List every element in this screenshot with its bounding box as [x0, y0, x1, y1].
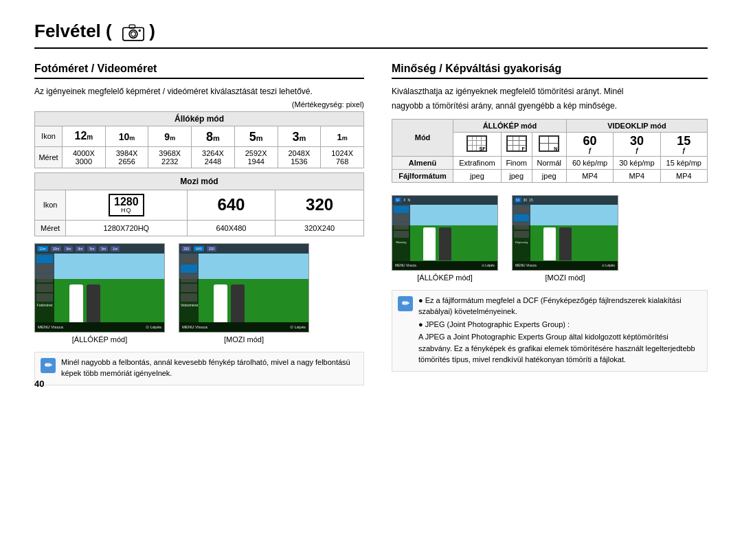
mozi-icon-1280: 1280 HQ: [66, 190, 187, 220]
icon-1m: 1m: [321, 126, 364, 146]
mozi-icon-640: 640: [187, 190, 276, 220]
right-desc-2: nagyobb a tömörítési arány, annál gyengé…: [392, 100, 708, 112]
icon-9m: 9m: [148, 126, 192, 146]
right-mozi-label: [MOZI mód]: [512, 273, 618, 282]
almen-label: Almenü: [392, 156, 453, 169]
quality-table: Mód ÁLLÓKÉP mód VIDEOKLIP mód: [392, 119, 708, 183]
ss-mozi-top-bar: 320 640 320: [179, 244, 308, 254]
fajl-extrafinom: jpeg: [453, 169, 502, 182]
svg-point-2: [131, 32, 136, 36]
icon-12m: 12m: [63, 126, 106, 146]
almen-finom: Finom: [501, 156, 532, 169]
svg-point-1: [129, 30, 137, 38]
videoklip-col-header: VIDEOKLIP mód: [566, 119, 707, 132]
mozi-size-320: 320X240: [276, 220, 364, 236]
ss-mozi-bottom-bar: MENU Vissza ⊙ Lépés: [179, 322, 308, 332]
icon-30fps: 30 ƒ: [614, 132, 660, 156]
fajl-normal: jpeg: [532, 169, 566, 182]
fajl-60: MP4: [566, 169, 613, 182]
left-screenshots-row: 12m 10m 9m 8m 5m 3m 1m: [34, 243, 364, 344]
right-allokep-img: SF F N Minőség: [392, 195, 498, 271]
svg-point-4: [139, 30, 141, 32]
page-title: Felvétel ( ): [34, 21, 708, 49]
left-allokep-img: 12m 10m 9m 8m 5m 3m 1m: [34, 243, 165, 333]
size-5m: 2592X1944: [234, 146, 278, 168]
title-suffix: ): [149, 21, 155, 41]
ss-mozi-side-menu: Videóméret: [179, 254, 199, 322]
icon-normal: N: [532, 132, 566, 156]
left-allokep-label: [ÁLLÓKÉP mód]: [34, 335, 165, 344]
fajl-30: MP4: [614, 169, 660, 182]
icon-3m: 3m: [278, 126, 321, 146]
mozi-header: Mozi mód: [35, 172, 364, 190]
left-mozi-img: 320 640 320 Videóméret: [179, 243, 309, 333]
left-mozi-screenshot: 320 640 320 Videóméret: [179, 243, 309, 344]
fajl-label: Fájlformátum: [392, 169, 453, 182]
right-allokep-screenshot: SF F N Minőség: [392, 195, 498, 282]
two-col-layout: Fotóméret / Videoméret Az igényeinek meg…: [34, 63, 708, 385]
note-line-3: A JPEG a Joint Photographic Experts Grou…: [418, 331, 701, 366]
size-10m: 3984X2656: [105, 146, 148, 168]
size-3m: 2048X1536: [278, 146, 321, 168]
page-number: 40: [34, 379, 44, 389]
right-mozi-img: 60 30 15 Képesség: [512, 195, 618, 271]
ss-top-bar: 12m 10m 9m 8m 5m 3m 1m: [35, 244, 164, 254]
almen-30: 30 kép/mp: [614, 156, 660, 169]
left-mozi-label: [MOZI mód]: [179, 335, 309, 344]
allokep-col-header: ÁLLÓKÉP mód: [453, 119, 567, 132]
right-allokep-label: [ÁLLÓKÉP mód]: [392, 273, 498, 282]
left-description: Az igényeinek megfelelő képméret / videó…: [34, 86, 364, 98]
allokep-header: Állókép mód: [35, 111, 364, 126]
note-line-1: ● Ez a fájlformátum megfelel a DCF (Fény…: [418, 295, 701, 317]
almen-extrafinom: Extrafinom: [453, 156, 502, 169]
size-12m: 4000X3000: [63, 146, 106, 168]
fajl-15: MP4: [660, 169, 707, 182]
quality-table-wrap: Mód ÁLLÓKÉP mód VIDEOKLIP mód: [392, 119, 708, 187]
mozi-icon-row-label: Ikon: [35, 190, 66, 220]
ss-bottom-bar: MENU Vissza ⊙ Lépés: [35, 322, 164, 332]
almen-row: Almenü Extrafinom Finom Normál 60 kép/mp…: [392, 156, 708, 169]
icon-row-label: Ikon: [35, 126, 63, 146]
mozi-size-640: 640X480: [187, 220, 276, 236]
left-note-box: ✏ Minél nagyobb a felbontás, annál keves…: [34, 352, 364, 385]
size-1m: 1024X768: [321, 146, 364, 168]
icon-15fps: 15 ƒ: [660, 132, 707, 156]
title-text: Felvétel (: [34, 21, 112, 41]
page: Felvétel ( ) Fotóméret / Videoméret Az i…: [0, 0, 742, 399]
right-desc-1: Kiválaszthatja az igényeknek megfelelő t…: [392, 86, 708, 98]
icon-extrafinom: SF: [453, 132, 502, 156]
mozi-icon-320: 320: [276, 190, 364, 220]
note-line-2: ● JPEG (Joint Photographic Experts Group…: [418, 319, 701, 331]
left-column: Fotóméret / Videoméret Az igényeinek meg…: [34, 63, 364, 385]
mozi-table: Mozi mód Ikon 1280 HQ 640 320: [34, 172, 364, 236]
size-9m: 3968X2232: [148, 146, 192, 168]
icon-8m: 8m: [192, 126, 235, 146]
icon-60fps: 60 ƒ: [566, 132, 613, 156]
unit-label: (Mértékegység: pixel): [34, 100, 364, 109]
right-note-box: ✏ ● Ez a fájlformátum megfelel a DCF (Fé…: [392, 290, 708, 372]
fajl-finom: jpeg: [501, 169, 532, 182]
right-mozi-screenshot: 60 30 15 Képesség: [512, 195, 618, 282]
camera-icon: [122, 23, 144, 41]
fajl-row: Fájlformátum jpeg jpeg jpeg MP4 MP4 MP4: [392, 169, 708, 182]
right-screenshots-row: SF F N Minőség: [392, 195, 708, 282]
right-note-icon: ✏: [398, 296, 413, 311]
size-8m: 3264X2448: [192, 146, 235, 168]
almen-15: 15 kép/mp: [660, 156, 707, 169]
ss-side-menu: Fotóméret: [35, 254, 54, 322]
icon-10m: 10m: [105, 126, 148, 146]
note-icon: ✏: [41, 358, 56, 373]
right-section-title: Minőség / Képváltási gyakoriság: [392, 63, 708, 79]
left-allokep-screenshot: 12m 10m 9m 8m 5m 3m 1m: [34, 243, 165, 344]
right-note-text: ● Ez a fájlformátum megfelel a DCF (Fény…: [418, 295, 701, 367]
note-text: Minél nagyobb a felbontás, annál keveseb…: [61, 357, 358, 381]
almen-normal: Normál: [532, 156, 566, 169]
mozi-size-row-label: Méret: [35, 220, 66, 236]
allokep-table: Állókép mód Ikon 12m 10m 9m 8m 5m 3m 1m …: [34, 111, 364, 168]
left-section-title: Fotóméret / Videoméret: [34, 63, 364, 79]
mozi-size-1280: 1280X720HQ: [66, 220, 187, 236]
size-row-label: Méret: [35, 146, 63, 168]
icon-finom: F: [501, 132, 532, 156]
almen-60: 60 kép/mp: [566, 156, 613, 169]
right-column: Minőség / Képváltási gyakoriság Kiválasz…: [392, 63, 708, 385]
